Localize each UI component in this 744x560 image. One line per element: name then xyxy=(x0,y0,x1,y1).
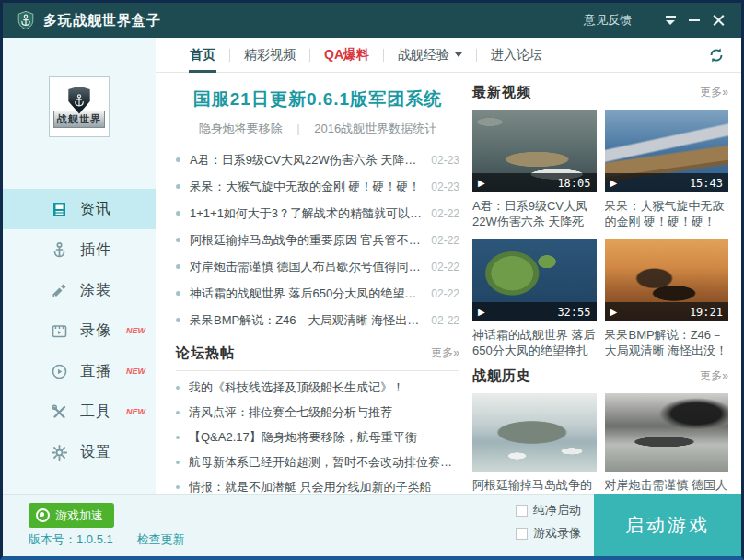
history-grid: 阿根廷输掉马岛战争的重要原因 官兵管不住嘴 对岸炮击需谨慎 德国人布吕歇尔号值得… xyxy=(472,393,728,494)
tab-home[interactable]: 首页 xyxy=(176,38,229,73)
news-item[interactable]: 呆呆BMP解说：Z46－大局观清晰 海怪出没！ 02-22 xyxy=(176,307,459,333)
forum-item[interactable]: 【Q&A2.17】隐身炮将要移除，航母重平衡 xyxy=(176,425,459,449)
news-date: 02-22 xyxy=(424,207,459,220)
video-grid: ▶ 18:05 A君：日系9级CV大凤22W伤害六杀 天降死神！ ▶ 15:43 xyxy=(472,110,728,358)
forum-item[interactable]: 我的《科技线选择及顶级船长生成记》！ xyxy=(176,375,459,400)
bullet-icon xyxy=(176,158,180,162)
check-update-link[interactable]: 检查更新 xyxy=(136,532,184,546)
refresh-icon[interactable] xyxy=(706,45,727,65)
tab-videos[interactable]: 精彩视频 xyxy=(230,38,309,73)
launch-game-button[interactable]: 启动游戏 xyxy=(594,494,741,556)
forum-item[interactable]: 清风点评：排位赛全七级船分析与推荐 xyxy=(176,400,459,425)
bullet-icon xyxy=(176,184,180,189)
news-item[interactable]: 对岸炮击需谨慎 德国人布吕歇尔号值得同情！ 02-22 xyxy=(176,253,459,280)
titlebar: 多玩战舰世界盒子 意见反馈 xyxy=(3,3,741,38)
video-overlay: ▶ 32:55 xyxy=(472,302,597,321)
news-item[interactable]: A君：日系9级CV大凤22W伤害六杀 天降死神！ 02-23 xyxy=(176,146,459,173)
video-card[interactable]: ▶ 19:21 呆呆BMP解说：Z46－大局观清晰 海怪出没！ xyxy=(605,239,729,358)
video-duration: 32:55 xyxy=(557,306,590,319)
video-duration: 19:21 xyxy=(690,306,723,319)
news-date: 02-23 xyxy=(424,181,459,193)
sub-headline-separator: | xyxy=(296,122,299,135)
game-logo: 战舰世界 xyxy=(49,76,110,137)
app-shield-anchor-icon xyxy=(16,10,36,30)
video-thumbnail: ▶ 15:43 xyxy=(605,110,729,192)
clean-launch-option[interactable]: 纯净启动 xyxy=(516,502,581,519)
sidebar-item-news[interactable]: 资讯 xyxy=(3,189,156,229)
bullet-icon xyxy=(176,411,180,414)
history-more-link[interactable]: 更多» xyxy=(700,368,728,384)
tabbar: 首页 精彩视频 QA爆料 战舰经验 进入论坛 xyxy=(156,38,741,73)
forum-item[interactable]: 航母新体系已经开始超测，暂时不会改动排位赛舰船等 xyxy=(176,449,459,474)
gear-icon xyxy=(51,444,68,461)
tab-forum[interactable]: 进入论坛 xyxy=(477,38,556,73)
history-image xyxy=(472,393,597,472)
version-line: 版本号：1.0.5.1 检查更新 xyxy=(29,531,184,548)
app-title: 多玩战舰世界盒子 xyxy=(43,12,161,29)
minimize-button[interactable] xyxy=(682,9,706,31)
forum-list: 我的《科技线选择及顶级船长生成记》！ 清风点评：排位赛全七级船分析与推荐 【Q&… xyxy=(176,375,459,494)
sidebar-item-label: 插件 xyxy=(80,240,111,260)
sidebar-item-settings[interactable]: 设置 xyxy=(3,432,156,472)
headline-link[interactable]: 国服21日更新0.6.1版军团系统 xyxy=(176,88,459,111)
sidebar-item-tools[interactable]: 工具 NEW xyxy=(3,391,156,432)
play-icon: ▶ xyxy=(478,178,485,188)
titlebar-divider xyxy=(645,13,645,28)
tools-icon xyxy=(51,403,68,421)
chevron-down-icon xyxy=(666,16,676,25)
history-card[interactable]: 对岸炮击需谨慎 德国人布吕歇尔号值得同情！ xyxy=(605,393,729,494)
sidebar: 战舰世界 资讯 插件 xyxy=(3,38,156,494)
play-icon: ▶ xyxy=(610,307,618,317)
sub-headline-link[interactable]: 隐身炮将要移除 xyxy=(199,122,283,135)
checkbox-unchecked[interactable] xyxy=(516,505,528,517)
sidebar-item-label: 设置 xyxy=(80,443,111,462)
tab-experience[interactable]: 战舰经验 xyxy=(384,38,476,73)
forum-section-header: 论坛热帖 更多» xyxy=(176,344,459,362)
video-overlay: ▶ 19:21 xyxy=(605,302,729,321)
news-item[interactable]: 阿根廷输掉马岛战争的重要原因 官兵管不住嘴 02-22 xyxy=(176,227,459,253)
sidebar-item-plugins[interactable]: 插件 xyxy=(3,229,156,270)
dropdown-menu-button[interactable] xyxy=(658,9,682,31)
launch-options: 纯净启动 游戏录像 xyxy=(516,502,581,542)
sub-headline-link[interactable]: 2016战舰世界数据统计 xyxy=(314,122,436,135)
videos-more-link[interactable]: 更多» xyxy=(700,85,728,100)
play-icon: ▶ xyxy=(478,307,485,317)
game-recording-option[interactable]: 游戏录像 xyxy=(516,525,581,542)
video-card[interactable]: ▶ 15:43 呆呆：大猴气旋中无敌的金刚 硬！硬！硬！ xyxy=(605,110,729,229)
history-image xyxy=(605,393,729,472)
history-card[interactable]: 阿根廷输掉马岛战争的重要原因 官兵管不住嘴 xyxy=(472,393,597,494)
sidebar-item-label: 工具 xyxy=(80,402,111,422)
news-item[interactable]: 神话霜的战舰世界 落后650分大凤的绝望挣扎 02-22 xyxy=(176,280,459,307)
forum-more-link[interactable]: 更多» xyxy=(431,345,459,361)
history-title: 对岸炮击需谨慎 德国人布吕歇尔号值得同情！ xyxy=(605,477,729,494)
news-item[interactable]: 呆呆：大猴气旋中无敌的金刚 硬！硬！硬！ 02-23 xyxy=(176,173,459,200)
news-date: 02-22 xyxy=(424,261,459,274)
bullet-icon xyxy=(176,264,180,269)
app-window: 多玩战舰世界盒子 意见反馈 xyxy=(0,0,744,560)
sidebar-item-label: 录像 xyxy=(80,321,111,341)
bullet-icon xyxy=(176,291,180,296)
sidebar-item-skins[interactable]: 涂装 xyxy=(3,270,156,310)
sidebar-item-replays[interactable]: 录像 NEW xyxy=(3,310,156,351)
news-icon xyxy=(51,201,68,218)
video-duration: 18:05 xyxy=(557,177,590,190)
video-card[interactable]: ▶ 32:55 神话霜的战舰世界 落后650分大凤的绝望挣扎 xyxy=(472,239,597,358)
video-title: A君：日系9级CV大凤22W伤害六杀 天降死神！ xyxy=(472,198,597,229)
caret-down-icon xyxy=(455,52,462,57)
news-item[interactable]: 1+1+1如何大于3？了解战术的精髓就可以实现 02-22 xyxy=(176,200,459,227)
bottom-bar: 游戏加速 版本号：1.0.5.1 检查更新 纯净启动 游戏录像 启动游戏 xyxy=(3,494,741,556)
tab-qa-news[interactable]: QA爆料 xyxy=(310,38,383,73)
video-thumbnail: ▶ 18:05 xyxy=(472,110,597,192)
checkbox-unchecked[interactable] xyxy=(516,528,528,540)
new-badge: NEW xyxy=(126,367,145,376)
video-card[interactable]: ▶ 18:05 A君：日系9级CV大凤22W伤害六杀 天降死神！ xyxy=(472,110,597,229)
speedup-icon xyxy=(36,508,50,522)
close-button[interactable] xyxy=(706,9,730,31)
sidebar-item-livestream[interactable]: 直播 NEW xyxy=(3,351,156,391)
video-title: 神话霜的战舰世界 落后650分大凤的绝望挣扎 xyxy=(472,327,597,358)
divider xyxy=(176,370,459,371)
game-speedup-button[interactable]: 游戏加速 xyxy=(29,503,114,528)
forum-item[interactable]: 情报：就是不加潜艇 只会用分线加新的子类船 xyxy=(176,474,459,494)
bullet-icon xyxy=(176,211,180,216)
feedback-link[interactable]: 意见反馈 xyxy=(584,12,632,29)
